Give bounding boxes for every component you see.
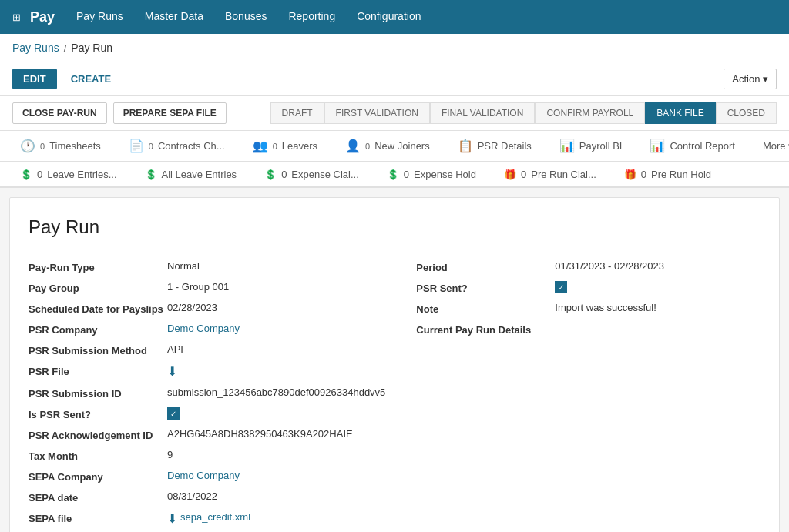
pay-group-label: Pay Group [29,281,167,294]
nav-configuration[interactable]: Configuration [354,1,424,33]
leave-entries-label: Leave Entries... [47,169,116,180]
sub-tab-expense-claims[interactable]: 💲 0 Expense Clai... [250,162,373,188]
expense-hold-icon: 💲 [387,169,399,180]
edit-button[interactable]: EDIT [12,69,57,89]
sub-tab-all-leave-entries[interactable]: 💲 All Leave Entries [131,162,251,188]
field-psr-file: PSR File ⬇ [29,360,385,383]
psr-details-label: PSR Details [478,140,532,152]
tab-timesheets[interactable]: 🕐 0 Timesheets [6,131,115,162]
tab-new-joiners[interactable]: 👤 0 New Joiners [331,131,444,162]
nav-pay-runs[interactable]: Pay Runs [73,1,126,33]
timesheets-badge: 0 [40,142,45,151]
button-bar: CLOSE PAY-RUN PREPARE SEPA FILE DRAFT FI… [0,96,789,131]
field-psr-ack-id: PSR Acknowledgement ID A2HG645A8DH838295… [29,424,385,445]
nav-master-data[interactable]: Master Data [142,1,206,33]
scheduled-date-label: Scheduled Date for Payslips [29,302,167,315]
sepa-file-value[interactable]: sepa_credit.xml [180,511,250,523]
expense-hold-label: Expense Hold [414,169,476,180]
is-psr-sent-label: Is PSR Sent? [29,407,167,420]
pre-run-claims-icon: 🎁 [504,169,516,180]
tab-leavers[interactable]: 👥 0 Leavers [239,131,331,162]
sub-tab-pre-run-claims[interactable]: 🎁 0 Pre Run Clai... [490,162,610,188]
pre-run-hold-label: Pre Run Hold [651,169,711,180]
stage-final-validation[interactable]: FINAL VALIDATION [430,102,535,124]
contracts-label: Contracts Ch... [158,140,225,152]
field-current-pay-run-details: Current Pay Run Details [416,319,760,340]
main-content: Pay Run Pay-Run Type Normal Pay Group 1 … [9,197,780,532]
timesheets-icon: 🕐 [20,139,35,153]
leavers-icon: 👥 [253,139,268,153]
new-joiners-icon: 👤 [345,139,361,153]
scheduled-date-value: 02/28/2023 [167,302,217,313]
expense-claims-label: Expense Clai... [291,169,358,180]
field-period: Period 01/31/2023 - 02/28/2023 [416,256,760,277]
psr-sent-right-checkbox: ✓ [555,281,567,293]
sepa-file-label: SEPA file [29,511,167,524]
psr-ack-id-label: PSR Acknowledgement ID [29,428,167,441]
psr-company-label: PSR Company [29,323,167,336]
tab-psr-details[interactable]: 📋 PSR Details [444,131,546,162]
tab-control-report[interactable]: 📊 Control Report [636,131,749,162]
create-button[interactable]: CREATE [63,69,119,89]
sub-tab-expense-hold[interactable]: 💲 0 Expense Hold [373,162,490,188]
psr-submission-id-label: PSR Submission ID [29,386,167,400]
close-pay-run-button[interactable]: CLOSE PAY-RUN [12,102,107,124]
action-dropdown[interactable]: Action ▾ [724,69,777,89]
breadcrumb: Pay Runs / Pay Run [0,34,789,62]
field-tax-month: Tax Month 9 [29,445,385,466]
sub-tab-pre-run-hold[interactable]: 🎁 0 Pre Run Hold [610,162,725,188]
control-report-label: Control Report [670,140,735,152]
nav-reporting[interactable]: Reporting [285,1,338,33]
tab-more[interactable]: More ▾ [749,131,789,162]
action-bar: EDIT CREATE Action ▾ [0,62,789,96]
psr-details-icon: 📋 [458,139,473,153]
new-joiners-badge: 0 [365,142,370,151]
more-label: More ▾ [763,140,789,152]
expense-hold-badge: 0 [404,169,409,180]
grid-icon[interactable]: ⊞ [12,12,21,23]
note-value: Import was successful! [555,302,656,313]
payroll-bi-label: Payroll BI [579,140,623,152]
sepa-company-label: SEPA Company [29,470,167,483]
timesheets-label: Timesheets [49,140,101,152]
payroll-bi-icon: 📊 [559,139,575,153]
all-leave-entries-icon: 💲 [145,169,157,180]
control-report-icon: 📊 [650,139,665,153]
psr-submission-method-value: API [167,343,183,355]
page-title: Pay Run [29,216,760,238]
pre-run-hold-badge: 0 [641,169,646,180]
stage-draft[interactable]: DRAFT [270,102,324,124]
stage-first-validation[interactable]: FIRST VALIDATION [324,102,430,124]
nav-bonuses[interactable]: Bonuses [222,1,270,33]
period-label: Period [416,260,555,273]
field-note: Note Import was successful! [416,298,760,319]
prepare-sepa-button[interactable]: PREPARE SEPA FILE [113,102,227,124]
field-sepa-date: SEPA date 08/31/2022 [29,487,385,507]
leavers-badge: 0 [273,142,277,151]
leave-entries-icon: 💲 [20,169,32,180]
stage-bank-file[interactable]: BANK FILE [645,102,715,124]
note-label: Note [416,302,555,315]
pay-group-value: 1 - Group 001 [167,281,229,293]
breadcrumb-parent[interactable]: Pay Runs [12,42,59,54]
expense-claims-icon: 💲 [264,169,277,180]
tab-payroll-bi[interactable]: 📊 Payroll BI [546,131,636,162]
sepa-company-value[interactable]: Demo Company [167,470,240,481]
psr-company-value[interactable]: Demo Company [167,323,240,334]
contracts-badge: 0 [149,142,153,151]
stage-bar: DRAFT FIRST VALIDATION FINAL VALIDATION … [270,102,777,124]
stage-closed[interactable]: CLOSED [716,102,777,124]
psr-ack-id-value: A2HG645A8DH8382950463K9A202HAIE [167,428,353,440]
expense-claims-badge: 0 [281,169,287,180]
tab-contracts[interactable]: 📄 0 Contracts Ch... [115,131,239,162]
form-right-col: Period 01/31/2023 - 02/28/2023 PSR Sent?… [416,256,760,532]
psr-file-label: PSR File [29,364,167,377]
tab-bar: 🕐 0 Timesheets 📄 0 Contracts Ch... 👥 0 L… [0,131,789,162]
sepa-date-value: 08/31/2022 [167,490,217,502]
stage-confirm-payroll[interactable]: CONFIRM PAYROLL [535,102,645,124]
pre-run-claims-label: Pre Run Clai... [531,169,596,180]
tax-month-label: Tax Month [29,449,167,462]
sub-tab-leave-entries[interactable]: 💲 0 Leave Entries... [6,162,131,188]
psr-file-download[interactable]: ⬇ [167,364,177,379]
psr-submission-id-value: submission_123456abc7890def00926334hddvv… [167,386,385,398]
